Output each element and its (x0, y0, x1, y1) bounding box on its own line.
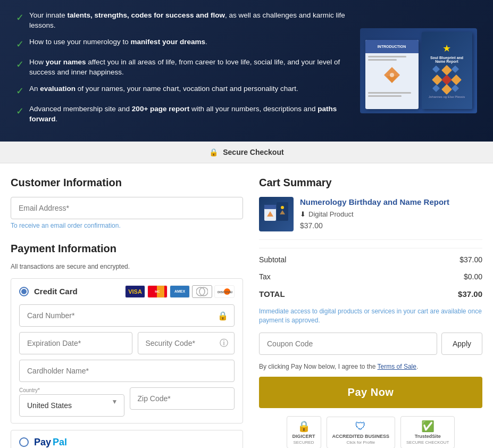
tax-value: $0.00 (464, 272, 482, 281)
hero-bullet-2: ✓ How to use your numerology to manifest… (16, 37, 349, 51)
mastercard-icon: MC (147, 285, 168, 298)
paypal-logo: PayPal (34, 437, 67, 448)
check-icon-4: ✓ (16, 85, 24, 98)
credit-card-radio[interactable] (19, 287, 29, 296)
card-icons: VISA MC AMEX DISCOVER (125, 285, 235, 298)
trust-badges: 🔒 DIGICERT SECURED 🛡 ACCREDITED BUSINESS… (259, 416, 482, 448)
hero-section: ✓ Your innate talents, strengths, codes … (0, 0, 493, 142)
trustedsite-badge: ✅ TrustedSite SECURE CHECKOUT (400, 416, 455, 448)
expiry-input[interactable] (19, 332, 132, 354)
terms-link[interactable]: Terms of Sale (378, 363, 416, 370)
product-info: Numerology Birthday and Name Report ⬇ Di… (300, 197, 482, 230)
summary-divider-1 (259, 248, 482, 248)
check-icon-2: ✓ (16, 38, 24, 51)
digicert-label: DIGICERT (293, 434, 315, 439)
tax-label: Tax (259, 272, 271, 281)
digicert-badge: 🔒 DIGICERT SECURED (287, 416, 321, 448)
trustedsite-icon: ✅ (421, 420, 434, 433)
digicert-sub: SECURED (293, 440, 314, 445)
svg-point-12 (281, 206, 284, 209)
zip-input[interactable] (130, 387, 235, 410)
tax-row: Tax $0.00 (259, 268, 482, 285)
trustedsite-label: TrustedSite (415, 434, 441, 439)
country-select-wrapper: Country* United States ▼ (19, 387, 124, 417)
paypal-radio[interactable] (19, 437, 29, 447)
product-item: Numerology Birthday and Name Report ⬇ Di… (259, 197, 482, 240)
check-icon-5: ✓ (16, 105, 24, 118)
credit-card-label: Credit Card (34, 287, 78, 296)
product-name: Numerology Birthday and Name Report (300, 197, 482, 208)
cardholder-input[interactable] (19, 360, 235, 382)
card-number-input[interactable] (19, 304, 235, 327)
payment-section: Payment Information All transactions are… (11, 243, 243, 448)
diners-icon (192, 285, 212, 298)
cart-notice: Immediate access to digital products or … (259, 307, 482, 325)
pay-now-button[interactable]: Pay Now (259, 377, 482, 408)
svg-text:DISCOVER: DISCOVER (218, 291, 232, 294)
coupon-input[interactable] (259, 333, 437, 355)
cart-title: Cart Summary (259, 177, 482, 189)
svg-point-2 (390, 73, 394, 77)
secure-checkout-bar: 🔒 Secure Checkout (0, 142, 493, 163)
hero-bullet-5: ✓ Advanced membership site and 200+ page… (16, 104, 349, 125)
hero-image: INTRODUCTION (360, 28, 477, 113)
card-fields: 🔒 ⓘ Country* Unite (19, 304, 235, 417)
coupon-row: Apply (259, 333, 482, 355)
subtotal-label: Subtotal (259, 255, 286, 264)
bbb-icon: 🛡 (355, 420, 366, 433)
product-price: $37.00 (300, 221, 482, 230)
email-helper: To receive an email order confirmation. (11, 222, 243, 229)
hero-bullet-1: ✓ Your innate talents, strengths, codes … (16, 11, 349, 31)
total-row: TOTAL $37.00 (259, 285, 482, 303)
credit-card-method: Credit Card VISA MC AMEX DISCOVER (11, 278, 243, 424)
card-lock-icon: 🔒 (218, 310, 228, 320)
svg-rect-9 (264, 205, 276, 209)
left-column: Customer Information To receive an email… (11, 177, 243, 448)
lock-icon: 🔒 (209, 148, 218, 156)
zip-group (130, 387, 235, 417)
trustedsite-sub: SECURE CHECKOUT (406, 440, 449, 445)
country-select[interactable]: United States (19, 394, 124, 417)
paypal-method: PayPal (11, 430, 243, 448)
total-label: TOTAL (259, 289, 285, 298)
right-column: Cart Summary Numerology Birthday and Nam… (259, 177, 482, 448)
total-value: $37.00 (458, 289, 482, 298)
amex-icon: AMEX (170, 285, 190, 298)
product-type: Digital Product (308, 210, 354, 218)
product-thumbnail (259, 197, 294, 231)
hero-bullets: ✓ Your innate talents, strengths, codes … (16, 11, 349, 131)
email-field[interactable] (11, 197, 243, 219)
main-content: Customer Information To receive an email… (0, 163, 493, 448)
visa-icon: VISA (125, 285, 145, 298)
card-expiry-cvv-row: ⓘ (19, 332, 235, 354)
check-icon-1: ✓ (16, 11, 24, 24)
discover-icon: DISCOVER (214, 285, 235, 298)
country-label: Country* (19, 387, 124, 393)
customer-info-title: Customer Information (11, 177, 243, 189)
terms-text: By clicking Pay Now below, I agree to th… (259, 363, 482, 370)
subtotal-value: $37.00 (459, 255, 482, 264)
secure-checkout-text: Secure Checkout (223, 148, 283, 156)
bbb-sub: Click for Profile (346, 440, 375, 445)
cvv-group: ⓘ (138, 332, 235, 354)
country-zip-row: Country* United States ▼ (19, 387, 235, 417)
apply-button[interactable]: Apply (441, 333, 482, 355)
book-left: INTRODUCTION (365, 40, 419, 109)
digicert-icon: 🔒 (297, 420, 311, 433)
hero-bullet-3: ✓ How your names affect you in all areas… (16, 57, 349, 78)
check-icon-3: ✓ (16, 58, 24, 71)
book-right: ★ Soul Blueprint and Name Report Johanne… (422, 32, 472, 109)
download-icon: ⬇ (300, 210, 306, 218)
payment-subtitle: All transactions are secure and encrypte… (11, 263, 243, 270)
cvv-info-icon[interactable]: ⓘ (220, 337, 228, 349)
bbb-badge: 🛡 ACCREDITED BUSINESS Click for Profile (327, 417, 396, 448)
hero-bullet-4: ✓ An evaluation of your names, your name… (16, 84, 349, 98)
email-group: To receive an email order confirmation. (11, 197, 243, 229)
bbb-label: ACCREDITED BUSINESS (332, 434, 390, 439)
subtotal-row: Subtotal $37.00 (259, 251, 482, 268)
hero-books: INTRODUCTION (360, 28, 477, 113)
payment-info-title: Payment Information (11, 243, 243, 255)
card-number-group: 🔒 (19, 304, 235, 327)
